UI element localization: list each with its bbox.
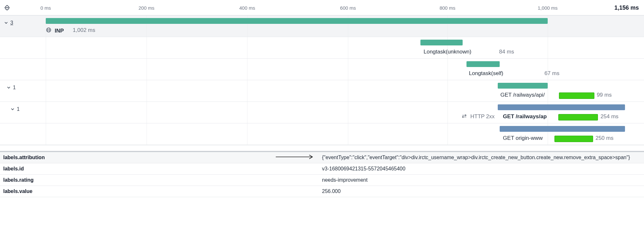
span-duration: 250 ms [595, 135, 613, 141]
details-value: needs-improvement [322, 177, 641, 183]
ruler-track: 0 ms200 ms400 ms600 ms800 ms1,000 ms [14, 0, 644, 15]
row-track: INP1,002 ms [14, 15, 644, 37]
row-track: GET /railways/api/99 ms [14, 80, 644, 101]
redaction-bar [559, 92, 594, 99]
waterfall-row[interactable]: Longtask(unknown)84 ms [0, 37, 644, 59]
span-bar[interactable] [498, 83, 547, 89]
row-track: HTTP 2xxGET /railways/ap254 ms [14, 102, 644, 123]
waterfall-row[interactable]: GET origin-www250 ms [0, 123, 644, 145]
details-value: {"eventType":"click","eventTarget":"div>… [322, 155, 641, 160]
row-gutter: 1 [0, 80, 14, 101]
arrow-icon [276, 155, 314, 160]
span-bar[interactable] [466, 61, 500, 67]
details-row: labels.value256.000 [0, 186, 644, 197]
waterfall-row[interactable]: 1GET /railways/api/99 ms [0, 80, 644, 102]
row-gutter: 1 [0, 102, 14, 123]
http-status-badge: HTTP 2xx [470, 113, 495, 120]
details-table: labels.attribution{"eventType":"click","… [0, 151, 644, 197]
ruler-tick: 200 ms [139, 5, 154, 10]
span-bar[interactable] [46, 18, 548, 24]
details-key: labels.attribution [3, 155, 322, 160]
span-duration: 254 ms [601, 113, 619, 120]
details-row: labels.attribution{"eventType":"click","… [0, 152, 644, 163]
details-key: labels.value [3, 188, 322, 194]
span-name: Longtask(self) [469, 70, 504, 77]
span-duration: 67 ms [544, 70, 559, 77]
row-gutter [0, 123, 14, 145]
ruler-tick: 0 ms [40, 5, 51, 10]
timeline-ruler: 0 ms200 ms400 ms600 ms800 ms1,000 ms 1,1… [0, 0, 644, 15]
span-name: GET origin-www [503, 135, 543, 141]
waterfall-row[interactable]: 3 INP1,002 ms [0, 15, 644, 37]
span-bar[interactable] [420, 40, 463, 45]
waterfall-row[interactable]: Longtask(self)67 ms [0, 59, 644, 80]
collapse-all-toggle[interactable] [0, 0, 14, 15]
span-name: GET /railways/ap [503, 113, 547, 120]
span-duration: 99 ms [597, 92, 611, 98]
redaction-bar [558, 114, 598, 120]
details-value: 256.000 [322, 188, 641, 194]
details-row: labels.idv3-1680069421315-5572045465400 [0, 163, 644, 175]
details-row: labels.ratingneeds-improvement [0, 175, 644, 186]
row-child-count: 3 [10, 20, 13, 26]
row-track: GET origin-www250 ms [14, 123, 644, 145]
row-gutter [0, 59, 14, 80]
row-expander[interactable]: 3 [4, 20, 13, 26]
row-gutter: 3 [0, 15, 14, 37]
ruler-tick: 400 ms [239, 5, 255, 10]
span-name: Longtask(unknown) [424, 49, 471, 55]
timeline-end-time: 1,156 ms [614, 4, 639, 11]
details-key: labels.id [3, 166, 322, 172]
span-name: INP [55, 28, 64, 34]
waterfall: 3 INP1,002 msLongtask(unknown)84 msLongt… [0, 15, 644, 145]
ruler-tick: 1,000 ms [538, 5, 558, 10]
globe-icon [46, 27, 52, 34]
redaction-bar [554, 136, 593, 142]
span-duration: 1,002 ms [73, 27, 95, 34]
ruler-tick: 600 ms [340, 5, 356, 10]
span-name: GET /railways/api/ [500, 92, 545, 98]
row-track: Longtask(self)67 ms [14, 59, 644, 80]
span-bar[interactable] [500, 126, 625, 132]
row-gutter [0, 37, 14, 58]
http-response-icon [461, 113, 467, 120]
details-key: labels.rating [3, 177, 322, 183]
span-duration: 84 ms [499, 49, 514, 55]
span-bar[interactable] [498, 104, 625, 110]
row-track: Longtask(unknown)84 ms [14, 37, 644, 58]
ruler-tick: 800 ms [439, 5, 455, 10]
details-value: v3-1680069421315-5572045465400 [322, 166, 641, 172]
waterfall-row[interactable]: 1 HTTP 2xxGET /railways/ap254 ms [0, 102, 644, 123]
